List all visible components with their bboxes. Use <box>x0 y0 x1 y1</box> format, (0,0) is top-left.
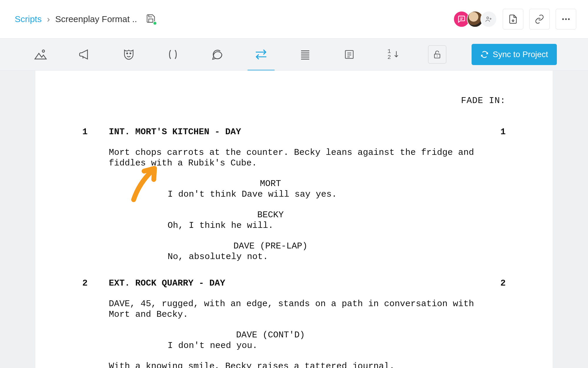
mask-icon <box>122 48 135 61</box>
dialogue-tool[interactable] <box>208 45 226 64</box>
parenthetical-tool[interactable] <box>163 45 182 64</box>
arrows-icon <box>254 49 268 60</box>
unlock-icon <box>432 50 442 59</box>
dialogue-line: Oh, I think he will. <box>168 220 426 231</box>
paragraph-lines-icon <box>299 48 311 61</box>
parentheses-icon <box>166 48 179 61</box>
share-link-button[interactable] <box>529 9 550 29</box>
breadcrumb: Scripts › Screenplay Format .. <box>15 14 137 24</box>
add-collaborator-button[interactable] <box>480 11 497 27</box>
editor-canvas: FADE IN: 1 INT. MORT'S KITCHEN - DAY 1 M… <box>0 71 588 368</box>
scene-heading: EXT. ROCK QUARRY - DAY <box>109 278 488 289</box>
note-icon <box>343 49 355 60</box>
sync-to-project-button[interactable]: Sync to Project <box>472 44 557 65</box>
note-tool[interactable] <box>340 45 359 64</box>
collaborator-avatars <box>453 11 497 27</box>
scene-number-right: 1 <box>488 127 506 137</box>
breadcrumb-root[interactable]: Scripts <box>15 14 42 24</box>
scene-heading-row[interactable]: 1 INT. MORT'S KITCHEN - DAY 1 <box>82 127 506 137</box>
sync-button-label: Sync to Project <box>493 50 548 59</box>
action-text[interactable]: Mort chops carrots at the counter. Becky… <box>109 147 485 168</box>
scene-heading-row[interactable]: 2 EXT. ROCK QUARRY - DAY 2 <box>82 278 506 289</box>
character-cue: BECKY <box>109 210 432 220</box>
scene-heading-tool[interactable] <box>31 45 50 64</box>
lines-tool[interactable] <box>296 45 315 64</box>
landscape-icon <box>34 48 47 61</box>
dialogue-line: No, absolutely not. <box>168 251 426 262</box>
character-tool[interactable] <box>119 45 138 64</box>
scene-heading: INT. MORT'S KITCHEN - DAY <box>109 127 488 137</box>
transition-tool[interactable] <box>252 45 270 64</box>
export-pdf-button[interactable] <box>503 9 523 29</box>
svg-point-7 <box>565 18 567 20</box>
link-icon <box>534 14 544 24</box>
add-user-icon <box>485 15 492 23</box>
action-tool[interactable] <box>75 45 94 64</box>
dialogue-line: I don't need you. <box>168 340 426 351</box>
megaphone-icon <box>78 48 91 61</box>
script-page[interactable]: FADE IN: 1 INT. MORT'S KITCHEN - DAY 1 M… <box>35 71 553 368</box>
character-cue: MORT <box>109 178 432 189</box>
svg-point-9 <box>42 50 45 52</box>
breadcrumb-title: Screenplay Format .. <box>55 14 137 24</box>
scene-number-right: 2 <box>488 278 506 289</box>
svg-point-10 <box>127 53 128 54</box>
more-menu-button[interactable] <box>556 9 576 29</box>
svg-point-2 <box>487 17 489 19</box>
scene-numbers-icon: 12 <box>387 49 399 60</box>
pdf-download-icon <box>508 14 518 24</box>
dialogue-block[interactable]: DAVE (CONT'D) I don't need you. <box>82 330 506 351</box>
app-header: Scripts › Screenplay Format .. <box>0 0 588 38</box>
dialogue-block[interactable]: MORT I don't think Dave will say yes. <box>82 178 506 200</box>
character-cue: DAVE (PRE-LAP) <box>109 241 432 251</box>
scene-numbers-tool[interactable]: 12 <box>384 45 403 64</box>
action-text[interactable]: DAVE, 45, rugged, with an edge, stands o… <box>109 299 485 320</box>
transition[interactable]: FADE IN: <box>82 95 506 106</box>
formatting-toolbar: 12 Sync to Project <box>0 38 588 71</box>
svg-point-8 <box>568 18 570 20</box>
save-status-dot <box>153 21 157 25</box>
speech-bubble-icon <box>211 48 223 61</box>
more-icon <box>561 14 571 24</box>
svg-point-6 <box>562 18 564 20</box>
script-body: FADE IN: 1 INT. MORT'S KITCHEN - DAY 1 M… <box>82 95 506 368</box>
save-button[interactable] <box>146 14 156 25</box>
action-text[interactable]: With a knowing smile, Becky raises a tat… <box>109 361 485 368</box>
chevron-right-icon: › <box>47 14 50 24</box>
sync-icon <box>480 50 489 59</box>
character-cue: DAVE (CONT'D) <box>109 330 432 340</box>
scene-number-left: 1 <box>82 127 109 137</box>
dialogue-block[interactable]: BECKY Oh, I think he will. <box>82 210 506 231</box>
svg-point-11 <box>130 53 131 54</box>
dialogue-line: I don't think Dave will say yes. <box>168 189 426 200</box>
scene-number-left: 2 <box>82 278 109 289</box>
lock-button[interactable] <box>428 45 446 64</box>
chat-icon <box>457 15 466 23</box>
dialogue-block[interactable]: DAVE (PRE-LAP) No, absolutely not. <box>82 241 506 262</box>
